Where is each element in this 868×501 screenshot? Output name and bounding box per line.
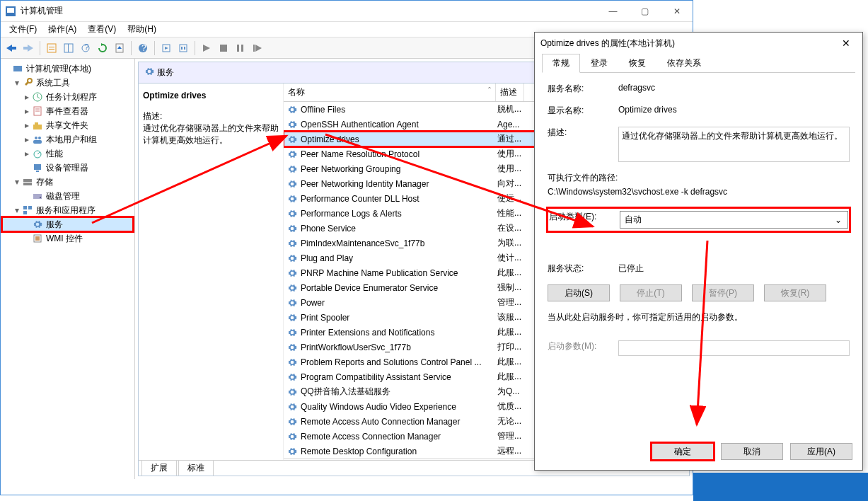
svg-rect-10: [68, 44, 69, 52]
share-icon: [32, 120, 43, 131]
gear-icon: [287, 342, 298, 353]
tree-item[interactable]: ▸事件查看器: [2, 104, 133, 118]
service-desc: 此服...: [497, 371, 521, 383]
gear-icon: [287, 134, 298, 145]
tab-dependencies[interactable]: 依存关系: [656, 54, 712, 73]
gear-icon: [144, 67, 154, 79]
stop-button-dlg[interactable]: 停止(T): [620, 284, 682, 301]
svg-rect-3: [11, 47, 16, 50]
perf-icon: [32, 148, 43, 159]
restart-button[interactable]: [250, 40, 265, 56]
gear-icon: [287, 386, 298, 398]
gear-icon: [287, 282, 298, 294]
refresh-button[interactable]: [95, 40, 110, 56]
svg-rect-27: [253, 45, 255, 52]
svg-marker-23: [203, 45, 210, 52]
minimize-button[interactable]: —: [597, 1, 629, 22]
clock-icon: [32, 91, 43, 103]
tab-extended[interactable]: 扩展: [141, 460, 177, 476]
service-desc: 该服...: [497, 311, 521, 323]
col-desc[interactable]: 描述: [496, 84, 524, 101]
desc-label: 描述:: [143, 110, 279, 122]
svg-rect-26: [241, 45, 243, 52]
cancel-button[interactable]: 取消: [721, 443, 783, 460]
app-icon: [5, 6, 16, 17]
taskbar-fragment: [693, 473, 868, 501]
ok-button[interactable]: 确定: [652, 443, 714, 460]
dialog-titlebar: Optimize drives 的属性(本地计算机) ✕: [535, 33, 862, 54]
svg-marker-15: [117, 46, 122, 49]
svg-rect-29: [13, 66, 22, 71]
dialog-close-button[interactable]: ✕: [835, 38, 857, 49]
gear-icon: [287, 312, 298, 323]
resume-button-dlg[interactable]: 恢复(R): [764, 284, 826, 301]
gear-icon: [32, 219, 43, 230]
tree-item[interactable]: 磁盘管理: [2, 189, 133, 203]
service-name: Problem Reports and Solutions Control Pa…: [301, 357, 497, 367]
tab-general[interactable]: 常规: [542, 54, 580, 73]
menu-help[interactable]: 帮助(H): [122, 22, 162, 37]
export-button[interactable]: [112, 40, 127, 56]
apply-button[interactable]: 应用(A): [790, 443, 852, 460]
menu-view[interactable]: 查看(V): [82, 22, 122, 37]
nav-tree[interactable]: 计算机管理(本地) ▾系统工具▸任务计划程序▸事件查看器▸共享文件夹▸本地用户和…: [1, 59, 135, 479]
tree-item-label: 存储: [36, 176, 53, 188]
menu-action[interactable]: 操作(A): [42, 22, 82, 37]
toolbar-btn-2[interactable]: [61, 40, 76, 56]
tree-item[interactable]: ▾服务和应用程序: [2, 203, 133, 217]
startup-hint: 当从此处启动服务时，你可指定所适用的启动参数。: [548, 311, 850, 323]
tree-item[interactable]: ▾存储: [2, 175, 133, 189]
service-desc: 此服...: [497, 356, 521, 368]
service-name: Print Spooler: [301, 313, 497, 323]
description-label: 描述:: [548, 127, 618, 139]
tree-item[interactable]: ▸共享文件夹: [2, 118, 133, 132]
tree-root[interactable]: 计算机管理(本地): [2, 62, 133, 76]
svg-rect-1: [7, 8, 14, 13]
service-desc: Age...: [497, 120, 519, 129]
tree-item[interactable]: ▸任务计划程序: [2, 90, 133, 104]
toolbar-btn-1[interactable]: [44, 40, 59, 56]
tree-item[interactable]: ▸本地用户和组: [2, 132, 133, 146]
tree-item[interactable]: ▾系统工具: [2, 76, 133, 90]
gear-icon: [287, 253, 298, 264]
gear-icon: [287, 372, 298, 383]
pause-button-dlg[interactable]: 暂停(P): [692, 284, 754, 301]
tree-item[interactable]: ▸性能: [2, 146, 133, 161]
service-desc: 为Q...: [497, 386, 519, 398]
service-name: Printer Extensions and Notifications: [301, 328, 497, 338]
help-button[interactable]: ?: [135, 40, 151, 56]
gear-icon: [287, 193, 298, 205]
svg-rect-24: [220, 45, 227, 52]
play-button[interactable]: [199, 40, 214, 56]
svg-rect-39: [33, 140, 42, 144]
start-button[interactable]: 启动(S): [548, 284, 610, 301]
menu-file[interactable]: 文件(F): [4, 22, 42, 37]
col-name[interactable]: 名称ˆ: [284, 84, 496, 101]
stop-button[interactable]: [216, 40, 231, 56]
close-button[interactable]: ✕: [661, 1, 693, 22]
tree-item[interactable]: 服务: [2, 217, 133, 231]
tab-recovery[interactable]: 恢复: [618, 54, 656, 73]
tree-item-label: 本地用户和组: [46, 134, 97, 146]
tree-item-label: 性能: [46, 148, 63, 160]
svg-rect-8: [49, 49, 54, 50]
nav-back-button[interactable]: [4, 40, 19, 56]
toolbar-btn-a[interactable]: [158, 40, 174, 56]
toolbar-btn-3[interactable]: ?: [78, 40, 93, 56]
description-box[interactable]: 通过优化存储驱动器上的文件来帮助计算机更高效地运行。: [618, 127, 850, 162]
tree-item[interactable]: 设备管理器: [2, 161, 133, 175]
pause-button[interactable]: [233, 40, 248, 56]
maximize-button[interactable]: ▢: [629, 1, 661, 22]
service-name: Power: [301, 298, 497, 308]
tab-logon[interactable]: 登录: [580, 54, 618, 73]
svg-rect-43: [36, 171, 39, 172]
nav-forward-button[interactable]: [21, 40, 36, 56]
service-name: PimIndexMaintenanceSvc_1f77b: [301, 238, 497, 248]
toolbar-btn-b[interactable]: [175, 40, 191, 56]
tree-item[interactable]: WMI 控件: [2, 231, 133, 246]
tab-standard[interactable]: 标准: [178, 460, 214, 476]
gear-icon: [287, 223, 298, 234]
device-icon: [32, 162, 43, 173]
startup-type-combo[interactable]: 自动: [620, 211, 848, 229]
tree-item-label: 服务: [46, 219, 63, 231]
